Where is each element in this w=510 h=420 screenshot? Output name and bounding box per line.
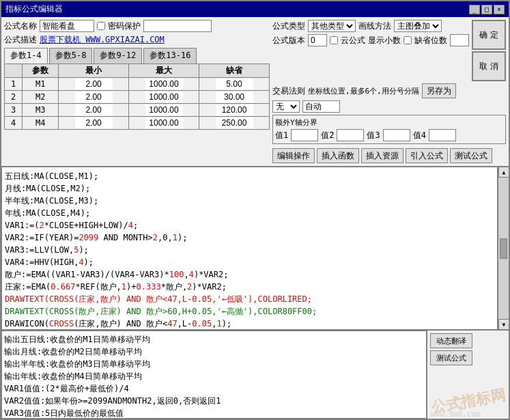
- insert-func-button[interactable]: 插入函数: [317, 148, 359, 163]
- watermark-area: 动态翻译 测试公式 公式指标网 www.9m8.com: [427, 331, 509, 419]
- cloud-label: 云公式: [341, 35, 365, 46]
- y-val3-input[interactable]: [383, 129, 410, 141]
- code-line: VAR4:=HHV(HIGH,4);: [5, 257, 94, 267]
- watermark-url: www.9m8.com: [431, 410, 481, 419]
- row-min[interactable]: [59, 117, 129, 130]
- cloud-checkbox[interactable]: [330, 36, 338, 44]
- desc-line: 输出年线:收盘价的M4日简单移动平均: [4, 370, 424, 382]
- type-select[interactable]: 其他类型: [308, 20, 356, 32]
- scroll-down[interactable]: ▼: [498, 319, 509, 330]
- row-num: 3: [5, 104, 23, 117]
- min-input[interactable]: [75, 92, 113, 102]
- decimal-input[interactable]: [450, 34, 469, 46]
- default-input[interactable]: [216, 104, 253, 115]
- trade-rule-select[interactable]: 无: [272, 100, 300, 113]
- row-max[interactable]: [129, 104, 199, 117]
- code-line: DRAWTEXT(CROSS(散户,庄家) AND 散户>60,H+0.05,'…: [5, 307, 317, 316]
- save-as-button[interactable]: 另存为: [422, 83, 456, 98]
- formula-desc-value: 股票下载机 WWW.GPXIAZAI.COM: [40, 34, 165, 46]
- dynamic-translate-button[interactable]: 动态翻译: [430, 333, 472, 348]
- row-max[interactable]: [129, 117, 199, 130]
- formula-desc-label: 公式描述: [4, 34, 37, 46]
- default-decimal-label: 缺省位数: [414, 35, 447, 46]
- row-max[interactable]: [129, 91, 199, 104]
- y-val1-label: 值1: [275, 130, 288, 141]
- maximize-button[interactable]: □: [481, 5, 492, 14]
- close-button[interactable]: ×: [494, 5, 505, 14]
- min-input[interactable]: [75, 79, 113, 89]
- right-panel: 公式类型 其他类型 画线方法 主图叠加 公式版本: [272, 20, 506, 163]
- params-tabs: 参数1-4 参数5-8 参数9-12 参数13-16: [4, 48, 270, 64]
- row-num: 1: [5, 78, 23, 91]
- y-val3-label: 值3: [367, 130, 380, 141]
- title-bar: 指标公式编辑器 _ □ ×: [1, 1, 509, 17]
- y-val1-input[interactable]: [291, 129, 318, 141]
- y-axis-values-row: 值1 值2 值3 值4: [275, 129, 503, 141]
- scroll-thumb[interactable]: [500, 238, 507, 259]
- row-default[interactable]: [199, 91, 270, 104]
- desc-line: VAR2值值:如果年份>=2099ANDMONTH2,返回0,否则返回1: [4, 395, 424, 407]
- password-label: 密码保护: [108, 20, 141, 32]
- insert-source-button[interactable]: 插入资源: [361, 148, 403, 163]
- row-max[interactable]: [129, 78, 199, 91]
- trade-selects-row: 无: [272, 100, 506, 113]
- row-param-name: M2: [23, 91, 59, 104]
- side-buttons: 动态翻译 测试公式: [427, 331, 475, 368]
- password-checkbox[interactable]: [97, 22, 105, 30]
- tab-params-13-16[interactable]: 参数13-16: [143, 48, 197, 64]
- confirm-button[interactable]: 确 定: [472, 20, 506, 50]
- max-input[interactable]: [145, 117, 183, 128]
- row-min[interactable]: [59, 104, 129, 117]
- scroll-up[interactable]: ▲: [498, 167, 509, 178]
- decimal-checkbox[interactable]: [403, 36, 412, 44]
- tab-params-5-8[interactable]: 参数5-8: [49, 48, 93, 64]
- draw-method-select[interactable]: 主图叠加: [394, 20, 442, 32]
- col-num: [5, 64, 23, 78]
- y-val4-input[interactable]: [429, 129, 456, 141]
- min-input[interactable]: [75, 104, 113, 115]
- import-formula-button[interactable]: 引入公式: [406, 148, 448, 163]
- col-default: 缺省: [199, 64, 270, 78]
- max-input[interactable]: [145, 104, 183, 115]
- code-line: VAR1:=(2*CLOSE+HIGH+LOW)/4;: [5, 221, 138, 230]
- y-val2-input[interactable]: [337, 129, 364, 141]
- code-line: 庄家:=EMA(0.667*REF(散户,1)+0.333*散户,2)*VAR2…: [5, 282, 227, 292]
- row-min[interactable]: [59, 78, 129, 91]
- version-input[interactable]: [308, 34, 327, 46]
- code-line: VAR3:=LLV(LOW,5);: [5, 245, 89, 255]
- minimize-button[interactable]: _: [469, 5, 480, 14]
- code-scrollbar[interactable]: ▲ ▼: [498, 167, 509, 330]
- y-axis-title: 额外Y轴分界: [275, 117, 503, 128]
- code-line: VAR2:=IF(YEAR)=2099 AND MONTH>2,0,1);: [5, 233, 187, 242]
- cancel-button[interactable]: 取 消: [472, 51, 506, 81]
- max-input[interactable]: [145, 79, 183, 89]
- tab-params-9-12[interactable]: 参数9-12: [94, 48, 142, 64]
- edit-ops-button[interactable]: 编辑操作: [272, 148, 315, 163]
- table-row: 4 M4: [5, 117, 270, 130]
- table-row: 2 M2: [5, 91, 270, 104]
- type-row: 公式类型 其他类型 画线方法 主图叠加: [272, 20, 469, 32]
- default-input[interactable]: [216, 117, 253, 128]
- test-formula-button[interactable]: 测试公式: [450, 148, 492, 163]
- col-param: 参数: [23, 64, 59, 78]
- default-input[interactable]: [216, 92, 253, 102]
- y-axis-section: 额外Y轴分界 值1 值2 值3 值4: [272, 115, 506, 144]
- default-input[interactable]: [216, 79, 253, 89]
- row-default[interactable]: [199, 78, 270, 91]
- bottom-section: 输出五日线:收盘价的M1日简单移动平均输出月线:收盘价的M2日简单移动平均输出半…: [1, 330, 509, 419]
- min-input[interactable]: [75, 117, 113, 128]
- password-input[interactable]: [143, 20, 212, 32]
- coordinate-label: 坐标线位置,最多6个,用分号分隔: [308, 86, 419, 96]
- max-input[interactable]: [145, 92, 183, 102]
- tab-params-1-4[interactable]: 参数1-4: [4, 48, 48, 64]
- test-formula-side-button[interactable]: 测试公式: [430, 350, 472, 365]
- main-window: 指标公式编辑器 _ □ × 公式名称 密码保护 公式描述: [0, 0, 510, 420]
- row-default[interactable]: [199, 104, 270, 117]
- row-param-name: M3: [23, 104, 59, 117]
- code-line: 月线:MA(CLOSE,M2);: [5, 184, 90, 193]
- row-default[interactable]: [199, 117, 270, 130]
- code-editor[interactable]: 五日线:MA(CLOSE,M1); 月线:MA(CLOSE,M2); 半年线:M…: [1, 167, 498, 330]
- coordinate-input[interactable]: [302, 100, 340, 113]
- row-min[interactable]: [59, 91, 129, 104]
- formula-name-input[interactable]: [40, 20, 94, 32]
